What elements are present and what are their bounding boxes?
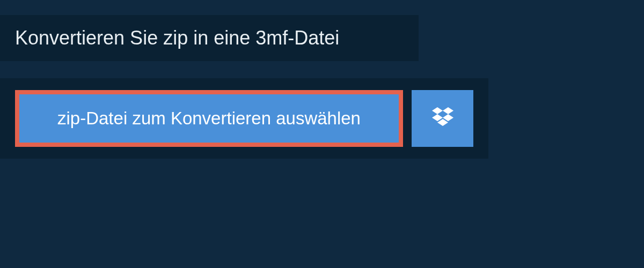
page-title: Konvertieren Sie zip in eine 3mf-Datei [15, 27, 404, 49]
dropbox-button[interactable] [412, 90, 473, 147]
upload-panel: zip-Datei zum Konvertieren auswählen [0, 78, 488, 159]
svg-marker-0 [432, 107, 443, 114]
choose-file-label: zip-Datei zum Konvertieren auswählen [57, 108, 361, 129]
header-bar: Konvertieren Sie zip in eine 3mf-Datei [0, 15, 419, 61]
choose-file-button[interactable]: zip-Datei zum Konvertieren auswählen [15, 90, 403, 147]
svg-marker-1 [443, 107, 453, 114]
dropbox-icon [432, 107, 453, 130]
